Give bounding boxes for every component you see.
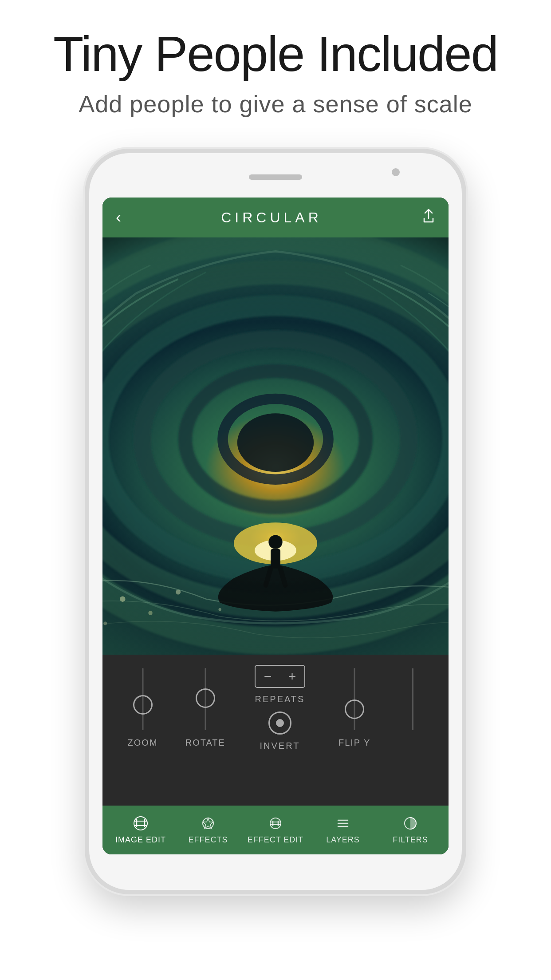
- rotate-control: ROTATE: [192, 664, 219, 752]
- rotate-thumb[interactable]: [196, 688, 215, 708]
- sliders-row: ZOOM ROTATE − +: [102, 664, 449, 752]
- effect-edit-icon: [267, 816, 284, 834]
- tab-effects-label: EFFECTS: [188, 835, 228, 845]
- promo-title: Tiny People Included: [0, 27, 551, 81]
- filters-icon: [402, 816, 419, 834]
- flipy-control: FLIP Y: [341, 664, 368, 752]
- tab-layers-label: LAYERS: [326, 835, 360, 845]
- repeats-control: − + REPEATS: [255, 665, 305, 704]
- share-button[interactable]: [422, 209, 435, 227]
- tab-filters[interactable]: FILTERS: [377, 816, 444, 845]
- app-title: CIRCULAR: [221, 209, 322, 226]
- effects-icon: [200, 816, 216, 834]
- rotate-label: ROTATE: [185, 738, 225, 748]
- tunnel-svg: [102, 237, 449, 655]
- promo-section: Tiny People Included Add people to give …: [0, 0, 551, 135]
- repeats-label: REPEATS: [255, 694, 305, 704]
- svg-point-26: [270, 818, 281, 829]
- zoom-control: ZOOM: [130, 664, 156, 752]
- svg-point-20: [134, 817, 147, 830]
- image-area: [102, 237, 449, 655]
- image-edit-icon: [132, 816, 149, 834]
- nav-bar: ‹ CIRCULAR: [102, 198, 449, 237]
- flipy-label: FLIP Y: [338, 738, 370, 748]
- tab-layers[interactable]: LAYERS: [309, 816, 377, 845]
- layers-icon: [335, 816, 351, 834]
- phone-camera-dot: [392, 168, 400, 176]
- tab-image-edit[interactable]: IMAGE EDIT: [107, 816, 174, 845]
- invert-inner: [276, 719, 284, 727]
- tab-filters-label: FILTERS: [393, 835, 428, 845]
- extra-control: [404, 664, 421, 752]
- extra-track: [412, 668, 413, 730]
- repeats-minus-button[interactable]: −: [256, 666, 280, 687]
- invert-control: INVERT: [260, 711, 300, 751]
- svg-rect-19: [102, 237, 449, 655]
- controls-area: ZOOM ROTATE − +: [102, 655, 449, 806]
- phone-screen: ‹ CIRCULAR: [102, 198, 449, 854]
- invert-label: INVERT: [260, 741, 300, 751]
- phone-speaker: [249, 174, 302, 180]
- tab-bar: IMAGE EDIT EFFECTS: [102, 806, 449, 854]
- repeats-buttons: − +: [255, 665, 305, 688]
- zoom-thumb[interactable]: [133, 695, 153, 715]
- tab-effect-edit[interactable]: EFFECT EDIT: [242, 816, 309, 845]
- zoom-label: ZOOM: [128, 738, 158, 748]
- tab-effect-edit-label: EFFECT EDIT: [248, 835, 304, 845]
- promo-subtitle: Add people to give a sense of scale: [0, 90, 551, 118]
- repeats-plus-button[interactable]: +: [280, 666, 304, 687]
- tab-effects[interactable]: EFFECTS: [174, 816, 242, 845]
- phone-frame: ‹ CIRCULAR: [85, 149, 466, 894]
- invert-toggle[interactable]: [268, 711, 291, 735]
- phone-wrapper: ‹ CIRCULAR: [0, 149, 551, 894]
- flipy-thumb[interactable]: [345, 699, 364, 719]
- tab-image-edit-label: IMAGE EDIT: [115, 835, 166, 845]
- flipy-track: [354, 668, 355, 730]
- back-button[interactable]: ‹: [116, 208, 121, 227]
